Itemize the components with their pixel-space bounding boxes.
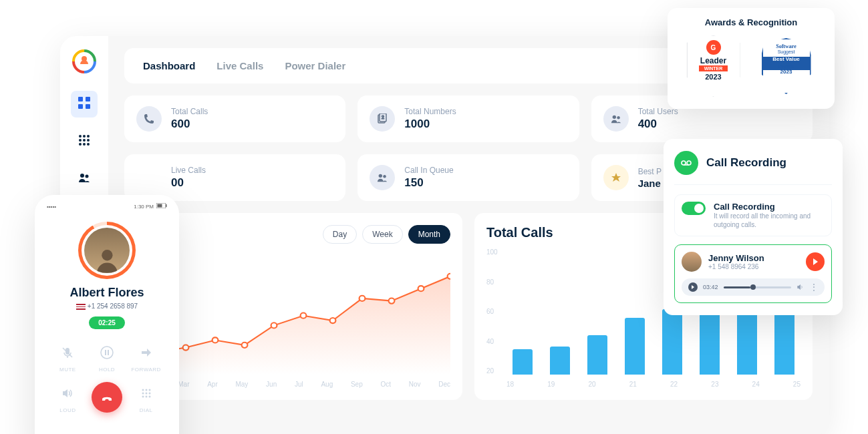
svg-point-26 [384,175,386,178]
forward-button[interactable]: FORWARD [126,341,166,373]
recording-title: Call Recording [706,156,786,170]
svg-rect-39 [158,204,162,208]
phone-icon [136,106,162,132]
voicemail-icon [674,151,698,175]
svg-point-32 [301,313,307,318]
hold-button[interactable]: HOLD [88,341,127,373]
play-recording-button[interactable] [806,252,825,271]
sidebar-item-users[interactable] [71,166,98,192]
line-chart-area [156,252,450,375]
stat-label: Total Numbers [404,107,456,116]
phone-statusbar: ••••• 1:30 PM [40,202,174,211]
queue-icon [370,165,395,190]
tab-dashboard[interactable]: Dashboard [143,60,195,71]
stat-label: Best P [638,167,662,176]
svg-point-50 [148,389,150,391]
svg-point-54 [142,396,144,398]
svg-point-30 [242,343,248,348]
svg-point-13 [83,139,86,142]
svg-point-49 [145,389,147,391]
audio-play-button[interactable] [688,282,698,292]
range-week-button[interactable]: Week [362,225,402,244]
status-time: 1:30 PM [134,204,154,210]
recording-toggle[interactable] [682,202,706,215]
svg-point-29 [212,337,219,343]
stat-call-queue: Call In Queue 150 [357,154,579,201]
stat-value: 150 [404,176,453,190]
range-day-button[interactable]: Day [323,225,357,244]
star-icon [603,165,629,190]
recording-user-name: Jenny Wilson [708,253,799,263]
svg-rect-8 [86,104,90,109]
recording-item: Jenny Wilson +1 548 8964 236 03:42 ⋮ [674,244,832,303]
dial-button[interactable]: DIAL [126,382,166,413]
g2-leader-badge: G Leader WINTER 2023 [687,35,740,97]
svg-rect-5 [78,97,83,101]
awards-card: Awards & Recognition G Leader WINTER 202… [668,8,835,109]
audio-player: 03:42 ⋮ [682,278,825,296]
call-recording-card: Call Recording Call Recording It will re… [664,139,843,315]
mute-icon [56,341,79,364]
svg-point-12 [79,139,82,142]
speaker-icon [56,382,79,405]
svg-point-9 [79,135,82,138]
dialpad-icon [78,134,90,149]
recording-user-avatar [682,252,702,272]
svg-point-25 [379,174,382,178]
svg-point-48 [142,389,144,391]
svg-point-51 [142,393,144,395]
tab-live-calls[interactable]: Live Calls [216,60,263,71]
g2-logo-icon: G [706,40,721,55]
svg-point-15 [79,143,82,146]
bar [587,335,607,375]
app-logo [72,49,96,73]
bar [625,318,645,375]
loud-button[interactable]: LOUD [48,382,88,413]
forward-icon [135,341,158,364]
svg-rect-7 [78,104,83,109]
call-timer: 02:25 [89,316,125,329]
svg-point-41 [102,250,112,260]
svg-point-52 [145,393,147,395]
hangup-icon [92,382,122,413]
volume-icon[interactable] [797,283,805,291]
stat-value: 1000 [404,118,456,131]
stat-value: 00 [171,176,206,190]
grid-icon [78,97,90,112]
bar [550,347,570,375]
signal-icon: ••••• [47,204,56,210]
audio-more-button[interactable]: ⋮ [810,282,818,292]
svg-point-14 [87,139,90,142]
svg-point-37 [448,274,450,279]
software-suggest-badge: Software Suggest Best Value WINTER 2023 [757,35,816,97]
svg-point-53 [148,393,150,395]
svg-point-24 [617,116,619,119]
stat-label: Call In Queue [404,166,453,175]
sidebar-item-dashboard[interactable] [71,91,98,118]
sidebar-item-dialpad[interactable] [71,128,98,155]
tab-power-dialer[interactable]: Power Dialer [285,60,345,71]
svg-rect-6 [86,97,90,101]
svg-point-19 [86,175,89,178]
stat-label: Total Calls [171,107,208,116]
svg-point-17 [87,143,90,146]
stat-value: Jane [638,178,662,189]
svg-point-10 [83,135,86,138]
svg-point-34 [359,296,366,301]
svg-point-11 [87,135,90,138]
range-month-button[interactable]: Month [408,225,450,244]
mute-button[interactable]: MUTE [48,341,88,373]
dialpad-icon [135,382,158,405]
caller-avatar [84,228,130,273]
audio-seek-slider[interactable] [724,286,791,288]
phone-mockup: ••••• 1:30 PM Albert Flores +1 254 2658 … [35,195,179,434]
stat-total-numbers: 2 Total Numbers 1000 [357,95,579,142]
stat-value: 400 [638,118,678,131]
caller-number: +1 254 2658 897 [40,302,174,310]
stat-label: Total Users [638,107,678,116]
svg-point-58 [687,161,691,165]
svg-point-36 [418,286,424,291]
awards-title: Awards & Recognition [678,17,824,27]
users-icon [603,106,629,132]
hangup-button[interactable] [88,382,127,413]
